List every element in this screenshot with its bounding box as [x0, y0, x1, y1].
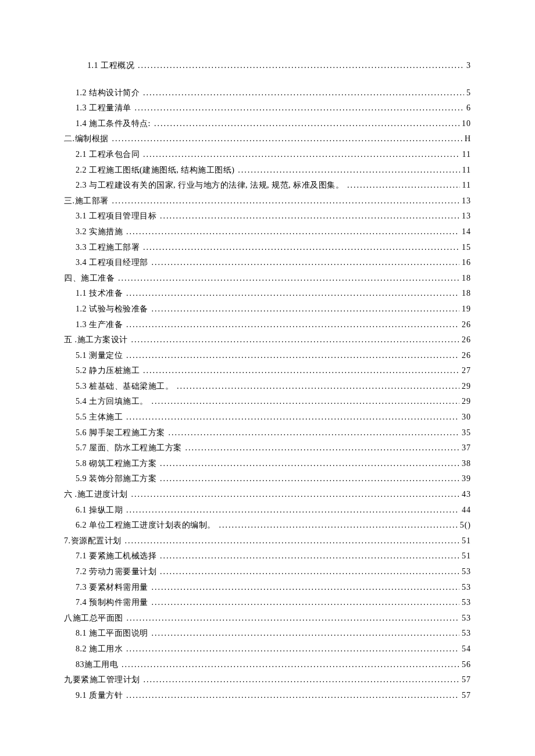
toc-entry-page: 18: [459, 271, 471, 286]
toc-entry-page: 54: [459, 642, 471, 657]
toc-entry-label: 六 .施工进度计划: [64, 487, 128, 503]
toc-leader-dots: [347, 178, 460, 194]
toc-entry-page: 10: [459, 116, 471, 132]
toc-leader-dots: [127, 611, 460, 626]
toc-entry: 5.2 静力压桩施工27: [64, 363, 471, 379]
toc-entry-label: 2.1 工程承包合同: [76, 147, 140, 163]
toc-entry: 四、施工准备18: [64, 271, 471, 286]
toc-entry: 1.1 技术准备18: [64, 286, 471, 302]
toc-entry-label: 5.7 屋面、防水工程施工方案: [76, 440, 182, 456]
toc-leader-dots: [126, 688, 459, 704]
toc-leader-dots: [143, 240, 459, 256]
toc-entry-page: 5: [464, 85, 471, 101]
toc-entry-page: 44: [459, 503, 471, 518]
toc-entry-page: 26: [459, 332, 471, 348]
toc-entry: 3.3 工程施工部署15: [64, 240, 471, 256]
toc-entry: 5.6 脚手架工程施工方案35: [64, 425, 471, 441]
toc-leader-dots: [131, 487, 460, 503]
toc-entry: 6.1 操纵工期44: [64, 503, 471, 518]
toc-leader-dots: [135, 101, 465, 116]
toc-entry: 1.4 施工条件及特点:10: [64, 116, 471, 132]
toc-leader-dots: [152, 626, 460, 642]
toc-entry-label: 5.9 装饰分部施工方案: [76, 471, 156, 487]
toc-entry-page: 5(): [458, 518, 471, 533]
toc-entry-page: 18: [459, 286, 471, 302]
toc-entry-label: 1.4 施工条件及特点:: [76, 116, 151, 132]
toc-entry-page: 26: [459, 317, 471, 333]
toc-entry-page: 53: [459, 611, 471, 626]
toc-entry-page: H: [462, 131, 471, 147]
toc-entry-page: 53: [459, 626, 471, 642]
toc-entry: 7.资源配置计划51: [64, 533, 471, 549]
toc-entry: 5.4 土方回填施工。29: [64, 394, 471, 410]
toc-leader-dots: [160, 471, 459, 487]
toc-entry-label: 7.1 要紧施工机械选择: [76, 549, 156, 564]
table-of-contents: 1.1 工程概况31.2 结构设计简介51.3 工程量清单61.4 施工条件及特…: [64, 58, 471, 703]
toc-leader-dots: [126, 348, 459, 364]
toc-entry-page: 51: [459, 549, 471, 564]
toc-entry-page: 29: [459, 379, 471, 395]
toc-entry-page: 11: [460, 163, 471, 178]
toc-leader-dots: [126, 317, 459, 333]
toc-leader-dots: [126, 286, 459, 302]
toc-entry-page: 35: [459, 425, 471, 441]
toc-entry-page: 19: [459, 302, 471, 317]
toc-leader-dots: [143, 85, 464, 101]
toc-leader-dots: [186, 440, 460, 456]
toc-entry-label: 9.1 质量方针: [76, 688, 123, 704]
toc-entry: 7.2 劳动力需要量计划53: [64, 564, 471, 580]
toc-leader-dots: [238, 163, 459, 178]
toc-entry: 2.1 工程承包合同11: [64, 147, 471, 163]
toc-entry-label: 5.4 土方回填施工。: [76, 394, 148, 410]
toc-leader-dots: [160, 549, 459, 564]
toc-entry-page: 43: [459, 487, 471, 503]
toc-entry: 1.1 工程概况3: [64, 58, 471, 74]
toc-entry-page: 53: [459, 595, 471, 611]
toc-entry: 8.1 施工平面图说明53: [64, 626, 471, 642]
toc-entry-page: 57: [459, 672, 471, 688]
toc-entry-page: 13: [459, 209, 471, 224]
toc-entry: 83施工用电56: [64, 657, 471, 673]
toc-entry-page: 57: [459, 688, 471, 704]
toc-leader-dots: [118, 271, 459, 286]
toc-entry-page: 14: [459, 224, 471, 240]
toc-leader-dots: [160, 456, 459, 472]
toc-entry: 1.3 生产准备26: [64, 317, 471, 333]
toc-entry: 5.5 主体施工30: [64, 410, 471, 425]
toc-entry: 二.编制根据H: [64, 131, 471, 147]
toc-leader-dots: [154, 116, 459, 132]
toc-entry-page: 56: [459, 657, 471, 673]
toc-entry-label: 83施工用电: [76, 657, 118, 673]
toc-entry-label: 3.2 实施措施: [76, 224, 123, 240]
toc-entry-label: 三.施工部署: [64, 194, 109, 209]
toc-entry: 6.2 单位工程施工进度计划表的编制。5(): [64, 518, 471, 533]
toc-leader-dots: [177, 379, 459, 395]
toc-entry: 5.3 桩基础、基础梁施工。29: [64, 379, 471, 395]
toc-entry-label: 五 .施工方案设计: [64, 332, 128, 348]
toc-leader-dots: [112, 194, 460, 209]
toc-entry-label: 2.2 工程施工图纸(建施图纸, 结构施工图纸): [76, 163, 234, 178]
toc-entry-label: 1.2 结构设计简介: [76, 85, 140, 101]
toc-entry-page: 16: [459, 255, 471, 271]
toc-entry: 三.施工部署13: [64, 194, 471, 209]
toc-leader-dots: [126, 410, 459, 425]
toc-leader-dots: [143, 363, 459, 379]
toc-entry-label: 7.4 预制构件需用量: [76, 595, 148, 611]
toc-entry-page: 38: [459, 456, 471, 472]
toc-leader-dots: [126, 642, 459, 657]
toc-entry: 7.3 要紧材料需用量53: [64, 580, 471, 596]
toc-entry-page: 51: [459, 533, 471, 549]
toc-leader-dots: [169, 425, 460, 441]
toc-leader-dots: [152, 394, 460, 410]
toc-entry-label: 3.3 工程施工部署: [76, 240, 140, 256]
toc-entry: 5.7 屋面、防水工程施工方案37: [64, 440, 471, 456]
toc-entry-page: 37: [459, 440, 471, 456]
toc-entry: 3.1 工程项目管理目标13: [64, 209, 471, 224]
toc-entry-page: 11: [460, 178, 471, 194]
toc-entry: 7.1 要紧施工机械选择51: [64, 549, 471, 564]
toc-entry-label: 7.资源配置计划: [64, 533, 122, 549]
toc-entry-page: 53: [459, 564, 471, 580]
toc-entry-label: 1.2 试验与检验准备: [76, 302, 148, 317]
toc-entry-label: 6.1 操纵工期: [76, 503, 123, 518]
toc-entry: 八施工总平面图53: [64, 611, 471, 626]
